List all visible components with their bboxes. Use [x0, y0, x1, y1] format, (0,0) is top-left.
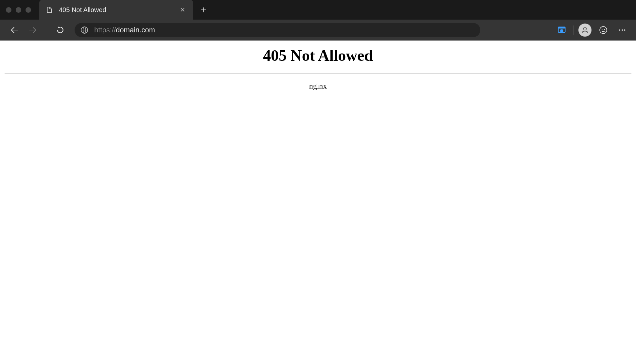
svg-point-14	[604, 29, 605, 29]
settings-menu-button[interactable]	[615, 23, 629, 37]
url-domain: domain.com	[116, 26, 155, 34]
tab-title: 405 Not Allowed	[59, 6, 179, 14]
window-minimize-button[interactable]	[16, 7, 21, 13]
forward-button[interactable]	[25, 22, 41, 38]
titlebar: 405 Not Allowed	[0, 0, 636, 20]
feedback-button[interactable]	[596, 23, 610, 37]
page-content: 405 Not Allowed nginx	[0, 41, 636, 364]
toolbar: https://domain.com	[0, 20, 636, 41]
svg-point-12	[600, 26, 607, 34]
address-bar[interactable]: https://domain.com	[75, 23, 480, 37]
error-heading: 405 Not Allowed	[3, 46, 633, 64]
tab-close-button[interactable]	[179, 6, 186, 14]
new-tab-button[interactable]	[196, 2, 211, 18]
svg-point-13	[602, 29, 602, 29]
toolbar-divider	[574, 25, 574, 35]
reload-button[interactable]	[52, 22, 68, 38]
window-controls	[6, 7, 31, 13]
window-close-button[interactable]	[6, 7, 11, 13]
tracking-prevention-button[interactable]	[555, 23, 569, 37]
globe-icon	[80, 26, 88, 34]
svg-point-17	[624, 29, 626, 31]
back-button[interactable]	[7, 22, 22, 38]
svg-point-16	[622, 29, 623, 31]
toolbar-right	[555, 23, 629, 37]
svg-point-11	[584, 27, 587, 30]
window-maximize-button[interactable]	[26, 7, 31, 13]
address-text: https://domain.com	[94, 26, 474, 34]
page-icon	[46, 6, 53, 13]
server-name: nginx	[3, 82, 633, 91]
svg-point-15	[619, 29, 620, 31]
divider-rule	[5, 74, 631, 74]
url-protocol: https://	[94, 26, 116, 34]
profile-button[interactable]	[578, 24, 592, 37]
browser-tab[interactable]: 405 Not Allowed	[39, 0, 193, 20]
svg-rect-10	[558, 27, 565, 28]
